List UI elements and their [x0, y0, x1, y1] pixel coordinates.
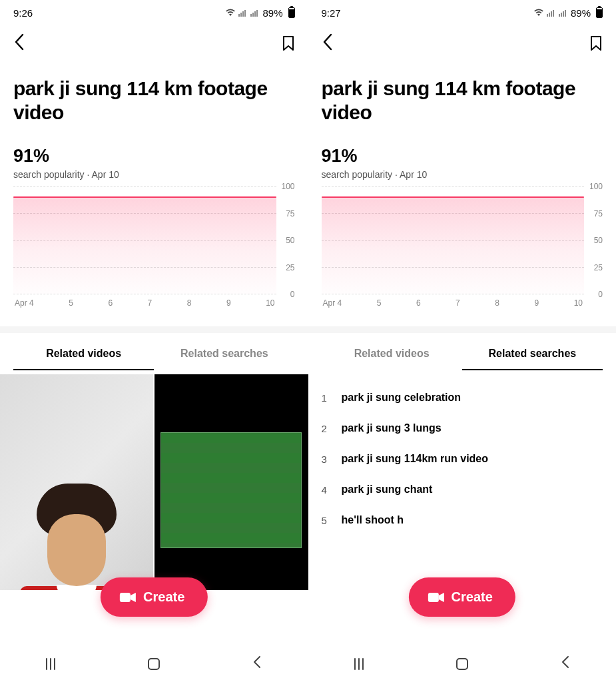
- football-pitch: [160, 432, 302, 549]
- tab-related-videos[interactable]: Related videos: [13, 337, 154, 370]
- popularity-value: 91%: [322, 146, 603, 167]
- back-button[interactable]: [322, 33, 334, 55]
- search-item[interactable]: 3 park ji sung 114km run video: [322, 444, 603, 474]
- svg-rect-1: [428, 593, 439, 602]
- search-text: he'll shoot h: [342, 514, 404, 526]
- tab-related-searches[interactable]: Related searches: [462, 337, 603, 370]
- search-rank: 2: [322, 423, 330, 434]
- signal-icon: [547, 9, 556, 17]
- tab-related-searches[interactable]: Related searches: [154, 337, 294, 370]
- create-button[interactable]: Create: [101, 577, 207, 617]
- tab-related-videos[interactable]: Related videos: [322, 337, 462, 370]
- search-item[interactable]: 1 park ji sung celebration: [322, 382, 603, 413]
- signal-icon-2: [559, 9, 568, 17]
- nav-home[interactable]: [456, 658, 468, 670]
- popularity-value: 91%: [13, 146, 295, 167]
- popularity-label: search popularity · Apr 10: [322, 169, 603, 180]
- create-label: Create: [143, 589, 184, 605]
- nav-back[interactable]: [561, 655, 570, 673]
- popularity-chart: 100 75 50 25 0 Apr 45678910: [308, 180, 617, 313]
- search-rank: 1: [322, 392, 330, 404]
- search-item[interactable]: 5 he'll shoot h: [322, 505, 603, 535]
- create-button[interactable]: Create: [409, 577, 515, 617]
- nav-recents[interactable]: [46, 658, 55, 670]
- search-rank: 4: [322, 484, 330, 496]
- x-axis-labels: Apr 45678910: [13, 294, 295, 308]
- clock: 9:27: [322, 7, 341, 19]
- camera-icon: [119, 591, 137, 604]
- create-label: Create: [452, 589, 493, 605]
- x-axis-labels: Apr 45678910: [322, 294, 603, 308]
- video-thumbnail[interactable]: Park ji sung 114 km footage video: [154, 374, 308, 590]
- section-divider: [308, 326, 617, 333]
- signal-icon: [238, 9, 248, 17]
- clock: 9:26: [13, 7, 33, 19]
- related-searches-list: 1 park ji sung celebration 2 park ji sun…: [308, 370, 617, 535]
- chart-fill: [13, 197, 276, 294]
- chart-line: [322, 196, 585, 198]
- search-text: park ji sung celebration: [342, 392, 462, 404]
- android-nav-bar: [308, 646, 617, 682]
- y-axis-labels: 100 75 50 25 0: [276, 186, 295, 294]
- player-portrait: [20, 477, 133, 590]
- search-text: park ji sung 3 lungs: [342, 422, 442, 434]
- signal-icon-2: [250, 9, 260, 17]
- video-thumbnail[interactable]: CREATORINSIGHTS: [0, 374, 153, 590]
- page-title: park ji sung 114 km footage video: [13, 77, 295, 125]
- battery-icon: [288, 7, 295, 18]
- svg-rect-0: [120, 593, 131, 602]
- nav-home[interactable]: [148, 658, 160, 670]
- chart-line: [13, 196, 276, 198]
- bookmark-icon[interactable]: [589, 35, 603, 54]
- wifi-icon: [225, 9, 236, 17]
- page-title: park ji sung 114 km footage video: [322, 77, 603, 125]
- nav-recents[interactable]: [354, 658, 364, 670]
- status-bar: 9:27 89%: [308, 0, 617, 23]
- search-text: park ji sung chant: [342, 484, 433, 496]
- related-videos-grid: CREATORINSIGHTS Park ji sung 114 km foot…: [0, 374, 308, 590]
- back-button[interactable]: [13, 33, 25, 55]
- search-text: park ji sung 114km run video: [342, 453, 489, 465]
- android-nav-bar: [0, 646, 308, 682]
- search-item[interactable]: 2 park ji sung 3 lungs: [322, 413, 603, 444]
- search-rank: 3: [322, 454, 330, 465]
- bookmark-icon[interactable]: [282, 35, 295, 54]
- search-item[interactable]: 4 park ji sung chant: [322, 474, 603, 505]
- camera-icon: [428, 591, 445, 604]
- chart-fill: [322, 197, 585, 294]
- y-axis-labels: 100 75 50 25 0: [584, 186, 603, 294]
- search-rank: 5: [322, 515, 330, 526]
- battery-pct: 89%: [262, 7, 282, 19]
- status-bar: 9:26 89%: [0, 0, 308, 23]
- section-divider: [0, 326, 308, 333]
- wifi-icon: [533, 9, 544, 17]
- popularity-label: search popularity · Apr 10: [13, 169, 295, 180]
- popularity-chart: 100 75 50 25 0 Apr 45678910: [0, 180, 308, 313]
- battery-icon: [596, 7, 603, 18]
- nav-back[interactable]: [252, 655, 262, 673]
- battery-pct: 89%: [571, 7, 591, 19]
